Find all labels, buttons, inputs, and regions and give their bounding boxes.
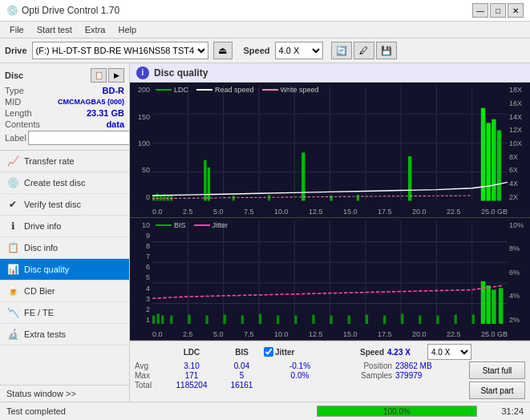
minimize-button[interactable]: — [472,3,488,18]
stats-speed-select[interactable]: 4.0 X [427,344,471,360]
drive-select[interactable]: (F:) HL-DT-ST BD-RE WH16NS58 TST4 [32,42,208,59]
progress-label: 100.0% [318,406,476,416]
disc-header: Disc 📋 ▶ [5,68,124,83]
svg-rect-57 [366,314,368,324]
stats-total-ldc: 1185204 [164,381,220,390]
svg-rect-67 [499,288,504,324]
sidebar-item-drive-info[interactable]: ℹ Drive info [0,216,129,237]
sidebar-item-disc-quality[interactable]: 📊 Disc quality [0,259,129,281]
stats-header-bis: BIS [220,348,264,357]
svg-rect-63 [472,314,475,324]
sidebar-item-create-test-disc[interactable]: 💿 Create test disc [0,172,129,194]
sidebar-item-label-cd-bier: CD Bier [24,286,55,296]
disc-length-row: Length 23.31 GB [5,108,124,118]
stats-header-jitter: Jitter [275,348,294,357]
menu-help[interactable]: Help [111,23,143,36]
chart1-x125: 12.5 [309,208,323,216]
status-text: Test completed [6,406,310,416]
menu-extra[interactable]: Extra [79,23,112,36]
svg-rect-25 [408,156,411,201]
jitter-checkbox[interactable] [264,347,273,357]
chart1-x75: 7.5 [244,208,254,216]
svg-rect-54 [312,314,314,324]
status-window-link[interactable]: Status window >> [0,385,129,402]
speed-icon-3[interactable]: 💾 [376,42,397,59]
svg-rect-24 [357,195,359,200]
legend-ldc: LDC [174,86,188,94]
stats-pos-value: 23862 MB [395,361,432,370]
chart1-x50: 5.0 [213,208,224,216]
disc-type-row: Type BD-R [5,86,124,95]
sidebar-item-transfer-rate[interactable]: 📈 Transfer rate [0,151,129,172]
chart2-ylabel-10pct: 10% [509,221,524,229]
maximize-button[interactable]: □ [490,3,506,18]
svg-rect-44 [157,313,160,324]
chart2-ylabel-6pct: 6% [509,269,520,277]
chart2-x125: 12.5 [309,330,323,338]
chart1-ylabel-150: 150 [138,113,150,121]
svg-rect-53 [294,315,297,324]
legend-writespeed: Write speed [281,86,319,94]
stats-avg-jitter: -0.1% [264,361,336,370]
menu-start-test[interactable]: Start test [30,23,79,36]
svg-rect-52 [277,315,279,324]
svg-rect-19 [208,168,210,201]
speed-select[interactable]: 4.0 X [275,42,323,59]
chart1-ylabel-18x: 18X [509,86,522,94]
disc-mid-label: MID [5,97,21,107]
svg-rect-55 [330,315,333,324]
bottom-statusbar: Test completed 100.0% 31:24 [0,402,530,420]
window-controls: — □ ✕ [472,3,524,18]
chart2-ylabel-7: 7 [146,252,150,260]
sidebar-item-label-transfer: Transfer rate [24,156,75,166]
svg-rect-20 [233,196,235,200]
app-title-text: Opti Drive Control 1.70 [22,5,119,16]
app-icon: 💿 [6,5,18,16]
svg-rect-13 [156,193,158,200]
menu-file[interactable]: File [3,23,30,36]
close-button[interactable]: ✕ [508,3,524,18]
sidebar-item-cd-bier[interactable]: 🍺 CD Bier [0,281,129,302]
svg-rect-28 [492,119,496,201]
drive-info-icon: ℹ [6,220,19,232]
start-part-button[interactable]: Start part [469,382,525,399]
chart1-ylabel-100: 100 [138,139,150,147]
start-full-button[interactable]: Start full [469,361,525,379]
svg-rect-50 [241,315,244,324]
svg-rect-66 [492,289,496,324]
svg-rect-65 [486,285,491,324]
stats-max-label: Max [135,371,164,380]
disc-contents-value: data [106,119,124,129]
speed-icon-2[interactable]: 🖊 [354,42,374,59]
svg-rect-47 [188,314,190,324]
chart2-x50: 5.0 [213,330,224,338]
svg-rect-22 [301,153,305,201]
cd-bier-icon: 🍺 [6,285,19,297]
svg-rect-61 [436,315,439,324]
verify-test-disc-icon: ✔ [6,198,19,211]
stats-area: LDC BIS Jitter Speed 4.23 X 4.0 X [130,341,530,402]
sidebar-item-extra-tests[interactable]: 🔬 Extra tests [0,324,129,345]
app-title: 💿 Opti Drive Control 1.70 [6,5,119,16]
disc-quality-header: i Disc quality [130,63,530,83]
chart1-ylabel-0: 0 [146,193,150,201]
speed-icon-1[interactable]: 🔄 [331,42,352,59]
svg-rect-48 [205,315,208,324]
svg-rect-51 [259,313,261,324]
stats-pos-label: Position [336,361,392,370]
sidebar-item-disc-info[interactable]: 📋 Disc info [0,237,129,259]
disc-label-input[interactable] [28,131,130,145]
stats-buttons: Start full Start part [469,361,525,399]
sidebar-item-fe-te[interactable]: 📉 FE / TE [0,302,129,324]
disc-contents-label: Contents [5,119,40,129]
chart1-x200: 20.0 [412,208,427,216]
sidebar-item-verify-test-disc[interactable]: ✔ Verify test disc [0,194,129,216]
stats-avg-bis: 0.04 [220,361,264,370]
chart1-x250: 25.0 GB [481,208,508,216]
eject-button[interactable]: ⏏ [213,42,233,59]
disc-quality-icon: 📊 [6,263,19,276]
fe-te-icon: 📉 [6,306,19,319]
chart1-x225: 22.5 [447,208,461,216]
disc-btn-2[interactable]: ▶ [108,68,124,83]
disc-btn-1[interactable]: 📋 [91,68,107,83]
